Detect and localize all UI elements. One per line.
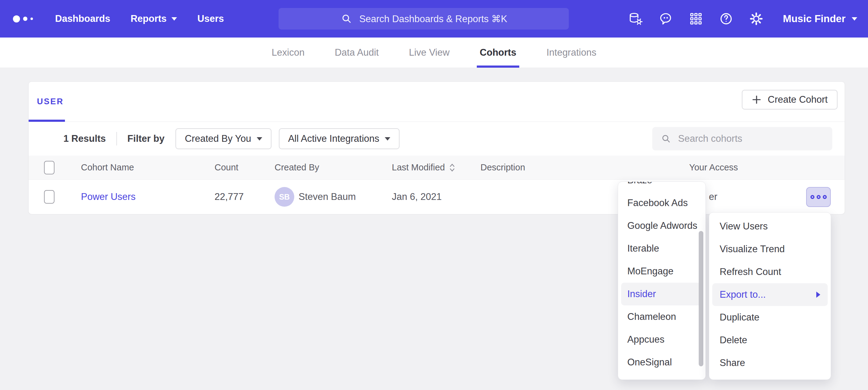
header-description: Description [480, 156, 525, 179]
menu-item-facebook-ads[interactable]: Facebook Ads [618, 192, 706, 215]
created-by-name: Steven Baum [299, 191, 356, 202]
tab-live-view[interactable]: Live View [398, 37, 461, 68]
row-actions-menu: View Users Visualize Trend Refresh Count… [709, 212, 831, 380]
menu-item-refresh-count[interactable]: Refresh Count [709, 261, 831, 283]
nav-item-reports-label: Reports [130, 13, 166, 24]
menu-item-export-to[interactable]: Export to... [712, 283, 828, 306]
nav-item-users[interactable]: Users [197, 13, 224, 24]
header-last-modified-label: Last Modified [392, 162, 445, 172]
global-search-input[interactable]: Search Dashboards & Reports ⌘K [279, 8, 569, 30]
tab-cohorts-label: Cohorts [480, 47, 517, 58]
menu-item-iterable[interactable]: Iterable [618, 237, 706, 260]
filter-by-label: Filter by [127, 133, 165, 144]
menu-item-chameleon[interactable]: Chameleon [618, 305, 706, 328]
cohorts-panel: USER Create Cohort 1 Results Filter by C… [28, 82, 845, 214]
section-tabs: Lexicon Data Audit Live View Cohorts Int… [0, 37, 868, 68]
table-header-row: Cohort Name Count Created By Last Modifi… [29, 156, 845, 180]
table-row: Power Users 22,777 SB Steven Baum Jan 6,… [29, 180, 845, 214]
filter-toolbar: 1 Results Filter by Created By You All A… [29, 122, 845, 156]
tab-user-cohorts[interactable]: USER [37, 82, 64, 122]
cohort-search-input[interactable] [678, 133, 824, 144]
your-access-value-fragment: er [709, 180, 717, 214]
integrations-filter-dropdown[interactable]: All Active Integrations [279, 128, 400, 149]
logo-dot-small [30, 18, 33, 20]
select-all-checkbox-cell [44, 156, 55, 179]
created-by-filter-value: Created By You [185, 133, 251, 144]
create-cohort-label: Create Cohort [768, 94, 828, 105]
created-by-filter-dropdown[interactable]: Created By You [176, 128, 271, 149]
header-created-by: Created By [275, 156, 319, 179]
top-nav-bar: Dashboards Reports Users Search Dashboar… [0, 0, 868, 37]
tab-data-audit-label: Data Audit [335, 47, 379, 58]
header-count: Count [215, 156, 238, 179]
nav-item-reports[interactable]: Reports [130, 13, 177, 24]
divider [116, 132, 117, 145]
menu-scrollbar[interactable] [699, 231, 703, 366]
nav-item-dashboards[interactable]: Dashboards [55, 13, 110, 24]
create-cohort-button[interactable]: Create Cohort [742, 90, 838, 109]
search-icon [660, 133, 672, 144]
mixpanel-logo-icon[interactable] [13, 15, 33, 23]
menu-item-onesignal[interactable]: OneSignal [618, 351, 706, 374]
top-nav-actions: Music Finder [628, 0, 857, 37]
nav-item-dashboards-label: Dashboards [55, 13, 110, 24]
logo-dot-large [13, 15, 20, 23]
dot-icon [823, 195, 827, 199]
integrations-list: Braze Facebook Ads Google Adwords Iterab… [618, 182, 706, 374]
row-checkbox[interactable] [44, 190, 55, 204]
menu-item-insider[interactable]: Insider [621, 283, 703, 305]
cohort-name-link[interactable]: Power Users [81, 180, 135, 214]
cohorts-page: Dashboards Reports Users Search Dashboar… [0, 0, 868, 390]
header-cohort-name: Cohort Name [81, 156, 134, 179]
tab-lexicon[interactable]: Lexicon [261, 37, 316, 68]
active-tab-underline [477, 66, 520, 68]
sort-icon [449, 162, 456, 173]
menu-item-export-to-label: Export to... [720, 289, 766, 300]
search-icon [340, 12, 353, 25]
help-icon[interactable] [719, 11, 734, 26]
tab-data-audit[interactable]: Data Audit [323, 37, 390, 68]
project-name: Music Finder [783, 13, 845, 25]
tab-lexicon-label: Lexicon [272, 47, 305, 58]
tab-integrations[interactable]: Integrations [535, 37, 607, 68]
menu-item-delete[interactable]: Delete [709, 329, 831, 352]
menu-item-moengage[interactable]: MoEngage [618, 260, 706, 283]
menu-item-google-adwords[interactable]: Google Adwords [618, 215, 706, 237]
nav-item-users-label: Users [197, 13, 224, 24]
cohort-search-box [652, 127, 832, 151]
panel-header: USER Create Cohort [29, 82, 845, 122]
settings-gear-icon[interactable] [749, 11, 764, 26]
tab-cohorts[interactable]: Cohorts [469, 37, 528, 68]
submenu-arrow-icon [816, 292, 820, 298]
chevron-down-icon [385, 137, 390, 140]
plus-icon [752, 95, 762, 105]
menu-item-visualize-trend[interactable]: Visualize Trend [709, 238, 831, 261]
last-modified-value: Jan 6, 2021 [392, 180, 442, 214]
dot-icon [810, 195, 814, 199]
menu-item-view-users[interactable]: View Users [709, 215, 831, 238]
chevron-down-icon [172, 17, 177, 21]
export-integrations-menu: Braze Facebook Ads Google Adwords Iterab… [618, 182, 706, 380]
cohort-count-value: 22,777 [215, 180, 244, 214]
feedback-chat-icon[interactable] [658, 11, 673, 26]
header-your-access: Your Access [689, 156, 738, 179]
menu-item-appcues[interactable]: Appcues [618, 328, 706, 351]
data-management-icon[interactable] [628, 11, 643, 26]
project-selector[interactable]: Music Finder [783, 13, 857, 25]
user-tab-underline [29, 120, 65, 122]
chevron-down-icon [852, 17, 857, 21]
chevron-down-icon [257, 137, 262, 140]
menu-item-braze-clipped[interactable]: Braze [618, 182, 706, 192]
top-nav-links: Dashboards Reports Users [55, 13, 224, 24]
dot-icon [816, 195, 820, 199]
select-all-checkbox[interactable] [44, 161, 55, 174]
tab-live-view-label: Live View [409, 47, 450, 58]
logo-dot-medium [23, 17, 27, 21]
header-last-modified[interactable]: Last Modified [392, 156, 456, 179]
menu-item-share[interactable]: Share [709, 352, 831, 374]
apps-grid-icon[interactable] [688, 11, 703, 26]
tab-user-label: USER [37, 97, 64, 106]
results-count: 1 Results [63, 133, 106, 144]
row-more-actions-button[interactable] [806, 187, 831, 207]
menu-item-duplicate[interactable]: Duplicate [709, 306, 831, 329]
